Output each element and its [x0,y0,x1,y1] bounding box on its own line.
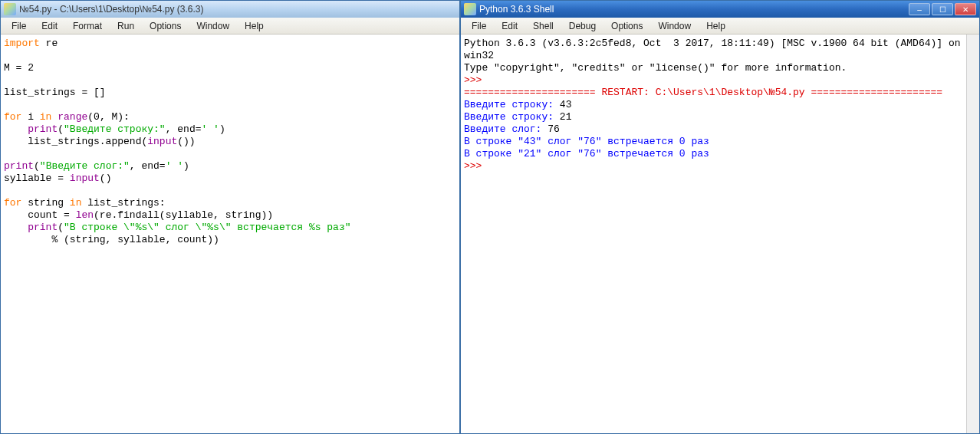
minimize-button[interactable]: – [909,3,930,15]
python-icon [464,3,476,15]
menu-help[interactable]: Help [699,18,733,34]
menu-file[interactable]: File [464,18,494,34]
code-line [4,50,456,62]
code-line: count = len(re.findall(syllable, string)… [4,209,456,222]
menu-options[interactable]: Options [603,18,650,34]
code-line: list_strings.append(input()) [4,136,456,148]
code-line [4,148,456,160]
code-line: syllable = input() [4,173,456,185]
editor-title: №54.py - C:\Users\1\Desktop\№54.py (3.6.… [19,4,456,15]
menu-window[interactable]: Window [189,18,237,34]
code-line: for string in list_strings: [4,197,456,209]
python-icon [4,3,16,15]
menu-help[interactable]: Help [237,18,271,34]
close-button[interactable]: ✕ [955,3,976,15]
shell-line: Type "copyright", "credits" or "license(… [464,62,964,74]
shell-titlebar[interactable]: Python 3.6.3 Shell – ☐ ✕ [461,1,979,18]
shell-line: Введите слог: 76 [464,123,964,136]
code-line: import re [4,38,456,50]
code-line [4,99,456,111]
code-line: print("В строке \"%s\" слог \"%s\" встре… [4,222,456,234]
editor-code-area[interactable]: import re M = 2 list_strings = [] for i … [1,35,459,433]
shell-line: >>> [464,160,964,173]
menu-edit[interactable]: Edit [34,18,65,34]
editor-window: №54.py - C:\Users\1\Desktop\№54.py (3.6.… [0,0,460,434]
shell-menubar: File Edit Shell Debug Options Window Hel… [461,18,979,35]
shell-line: Введите строку: 21 [464,111,964,123]
shell-line: В строке "43" слог "76" встречается 0 ра… [464,136,964,148]
shell-line: Python 3.6.3 (v3.6.3:2c5fed8, Oct 3 2017… [464,38,964,62]
code-line: list_strings = [] [4,87,456,99]
code-line: for i in range(0, M): [4,111,456,123]
window-controls: – ☐ ✕ [909,3,976,15]
shell-window: Python 3.6.3 Shell – ☐ ✕ File Edit Shell… [460,0,980,434]
editor-menubar: File Edit Format Run Options Window Help [1,18,459,35]
shell-line: ====================== RESTART: C:\Users… [464,87,964,99]
menu-run[interactable]: Run [110,18,142,34]
menu-window[interactable]: Window [650,18,699,34]
shell-output-area[interactable]: Python 3.6.3 (v3.6.3:2c5fed8, Oct 3 2017… [461,35,979,433]
menu-edit[interactable]: Edit [494,18,525,34]
scrollbar-vertical[interactable] [966,35,979,433]
menu-format[interactable]: Format [65,18,110,34]
menu-options[interactable]: Options [142,18,189,34]
maximize-button[interactable]: ☐ [932,3,953,15]
code-line: print("Введите слог:", end=' ') [4,160,456,173]
code-line: % (string, syllable, count)) [4,234,456,246]
code-line [4,185,456,197]
menu-debug[interactable]: Debug [561,18,603,34]
code-line: M = 2 [4,62,456,74]
menu-file[interactable]: File [4,18,34,34]
shell-title: Python 3.6.3 Shell [479,4,909,15]
code-line: print("Введите строку:", end=' ') [4,123,456,136]
menu-shell[interactable]: Shell [525,18,561,34]
shell-line: >>> [464,74,964,87]
shell-line: Введите строку: 43 [464,99,964,111]
code-line [4,74,456,87]
shell-line: В строке "21" слог "76" встречается 0 ра… [464,148,964,160]
editor-titlebar[interactable]: №54.py - C:\Users\1\Desktop\№54.py (3.6.… [1,1,459,18]
